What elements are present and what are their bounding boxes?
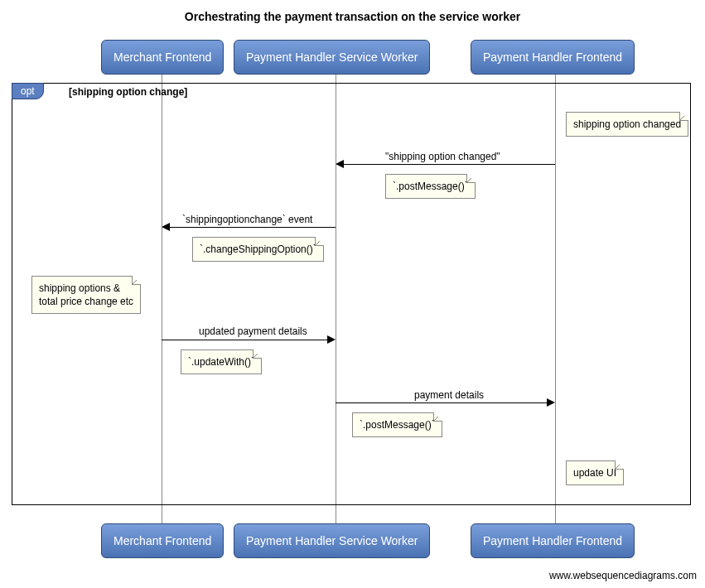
note-changeshippingoption: `.changeShippingOption()` bbox=[192, 237, 324, 262]
note-line1: shipping options & bbox=[39, 282, 120, 294]
note-update-ui: update UI bbox=[566, 460, 624, 485]
arrow-payment-details bbox=[336, 402, 547, 403]
arrow-head-shippingoptionchange-event bbox=[162, 223, 170, 231]
arrow-head-payment-details bbox=[547, 398, 555, 407]
participant-service-worker-top: Payment Handler Service Worker bbox=[234, 40, 430, 75]
participant-handler-frontend-bottom: Payment Handler Frontend bbox=[471, 523, 635, 558]
attribution: www.websequencediagrams.com bbox=[549, 570, 697, 581]
participant-handler-frontend-top: Payment Handler Frontend bbox=[471, 40, 635, 75]
opt-guard: [shipping option change] bbox=[69, 86, 187, 98]
opt-tag: opt bbox=[12, 83, 44, 99]
diagram-title: Orchestrating the payment transaction on… bbox=[0, 10, 705, 23]
note-line2: total price change etc bbox=[39, 296, 133, 307]
note-shipping-options-detail: shipping options & total price change et… bbox=[31, 276, 141, 314]
arrow-shipping-option-changed bbox=[344, 164, 555, 165]
participant-merchant-bottom: Merchant Frontend bbox=[101, 523, 224, 558]
message-label-updated-payment-details: updated payment details bbox=[199, 325, 307, 337]
note-shipping-option-changed: shipping option changed bbox=[566, 112, 688, 137]
note-updatewith: `.updateWith()` bbox=[181, 349, 262, 374]
participant-merchant-top: Merchant Frontend bbox=[101, 40, 224, 75]
message-label-payment-details: payment details bbox=[414, 389, 484, 401]
arrow-shippingoptionchange-event bbox=[170, 227, 336, 228]
note-postmessage-1: `.postMessage()` bbox=[385, 174, 476, 199]
message-label-shipping-option-changed: "shipping option changed" bbox=[385, 151, 500, 162]
arrow-updated-payment-details bbox=[162, 340, 327, 340]
note-postmessage-2: `.postMessage()` bbox=[352, 412, 442, 437]
arrow-head-shipping-option-changed bbox=[336, 160, 344, 168]
message-label-shippingoptionchange-event: `shippingoptionchange` event bbox=[182, 214, 312, 225]
arrow-head-updated-payment-details bbox=[327, 335, 336, 344]
participant-service-worker-bottom: Payment Handler Service Worker bbox=[234, 523, 430, 558]
